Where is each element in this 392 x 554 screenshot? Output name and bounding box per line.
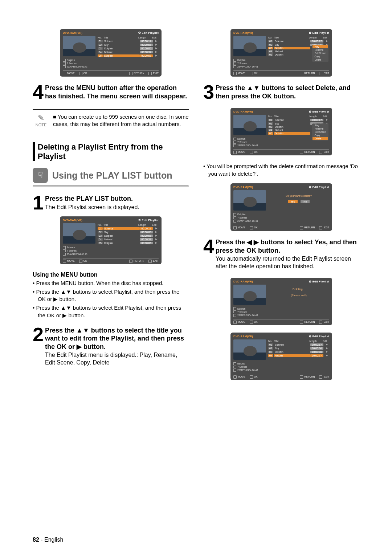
step-4-right: 4 Press the ◀ ▶ buttons to select Yes, a… (203, 238, 359, 270)
menu-instructions: Press the MENU button. When the disc has… (33, 280, 189, 319)
prompt-text: You will be prompted with the delete con… (203, 163, 359, 178)
hand-icon: ☟ (33, 168, 48, 183)
screenshot-confirm: DVD-RAM(VR)✿ Edit Playlist Dolphin 7 Sce… (230, 183, 332, 231)
note-icon: ✎ (33, 113, 49, 123)
screenshot-step1: DVD-RAM(VR)✿ Edit Playlist Science 7 Sce… (60, 216, 162, 264)
screenshot-edit-playlist: DVD-RAM(VR)✿ Edit Playlist Dolphin 7 Sce… (60, 29, 162, 77)
page-footer: 82 - English (33, 537, 64, 543)
yes-button: Yes (288, 200, 298, 203)
gear-label: ✿ Edit Playlist (138, 31, 159, 34)
step-3: 3 Press the ▲▼ buttons to select Delete,… (203, 84, 359, 101)
no-button: No (301, 200, 310, 203)
step-2: 2 Press the ▲▼ buttons to select the tit… (33, 326, 189, 367)
step-4-left: 4 Press the MENU button after the operat… (33, 84, 189, 101)
banner-title: Using the PLAY LIST button (52, 170, 189, 181)
screenshot-deleting: DVD-RAM(VR)✿ Edit Playlist Dolphin 7 Sce… (230, 278, 332, 325)
screenshot-after-delete: DVD-RAM(VR)✿ Edit Playlist Natural 7 Sce… (230, 333, 332, 380)
screenshot-ctx-delete: DVD-RAM(VR)✿ Edit Playlist Dolphin 7 Sce… (230, 108, 332, 155)
step-1: 1 Press the PLAY LIST button.The Edit Pl… (33, 195, 189, 211)
using-menu-heading: Using the MENU button (33, 272, 189, 278)
preview-image (63, 36, 95, 56)
screenshot-ctx-play: DVD-RAM(VR)✿ Edit Playlist Dolphin 7 Sce… (230, 29, 332, 77)
section-heading: Deleting a Playlist Entry from the Playl… (33, 142, 189, 162)
context-menu: Play Rename Edit Scene Copy Delete (312, 45, 328, 62)
note-box: ✎NOTE You can create up to 999 scenes on… (33, 109, 189, 132)
